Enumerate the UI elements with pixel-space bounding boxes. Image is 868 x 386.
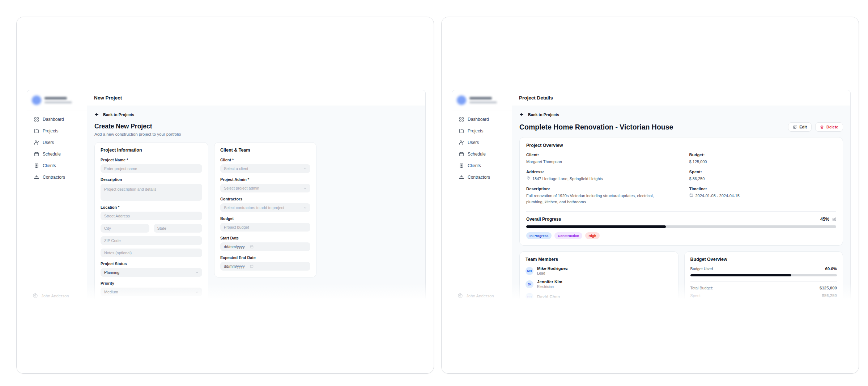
overview-timeline: Timeline: 2024-01-08 - 2024-04-15: [689, 187, 837, 199]
current-user-name: John Anderson: [41, 294, 69, 298]
budget-used-label: Budget Used: [690, 267, 713, 271]
sidebar-item-schedule[interactable]: Schedule: [456, 149, 508, 159]
folder-icon: [34, 128, 39, 133]
project-status-select[interactable]: Planning: [101, 268, 202, 277]
timeline-value: 2024-01-08 - 2024-04-15: [695, 193, 740, 199]
project-admin-placeholder: Select project admin: [224, 186, 259, 190]
sidebar-item-label: Schedule: [43, 152, 61, 157]
overview-address: Address: 1847 Heritage Lane, Springfield…: [526, 170, 673, 182]
page-content: Back to Projects Complete Home Renovatio…: [512, 106, 850, 303]
panel-new-project: Dashboard Projects Users Schedule Client…: [16, 17, 434, 374]
avatar: DC: [526, 293, 533, 301]
sidebar-item-label: Users: [468, 140, 479, 145]
description-textarea[interactable]: [101, 184, 202, 201]
phase-badge: Construction: [554, 232, 582, 239]
budget-input[interactable]: [220, 223, 310, 232]
overview-right-column: Budget: $ 125,000 Spent: $ 86,250 Timeli…: [689, 148, 837, 205]
team-member-row: DC David Chen: [526, 293, 672, 301]
street-address-input[interactable]: [101, 212, 202, 220]
contractors-select[interactable]: Select contractors to add to project: [220, 203, 310, 212]
current-user-name: John Anderson: [466, 294, 494, 298]
project-name-label: Project Name *: [101, 158, 202, 162]
page-title: Create New Project: [94, 123, 418, 130]
sidebar-item-label: Contractors: [43, 175, 65, 180]
sidebar-item-schedule[interactable]: Schedule: [31, 149, 83, 159]
expected-end-date-input[interactable]: dd/mm/yyyy: [220, 262, 310, 271]
section-title: Team Members: [526, 257, 672, 262]
client-select[interactable]: Select a client: [220, 164, 310, 173]
spent-label: Spent:: [690, 293, 702, 298]
client-value: Margaret Thompson: [526, 159, 562, 165]
back-label: Back to Projects: [528, 113, 559, 117]
sidebar-item-clients[interactable]: Clients: [456, 161, 508, 170]
total-budget-label: Total Budget:: [690, 286, 713, 290]
users-icon: [34, 140, 39, 145]
spent-value: $ 86,250: [689, 176, 705, 182]
chevron-down-icon: [303, 206, 307, 209]
sidebar-nav: Dashboard Projects Users Schedule Client…: [27, 110, 87, 186]
delete-button[interactable]: Delete: [815, 122, 843, 132]
sidebar-item-contractors[interactable]: Contractors: [456, 173, 508, 182]
project-name-input[interactable]: [101, 164, 202, 173]
calendar-icon: [689, 193, 693, 197]
app-logo: [27, 90, 87, 110]
back-label: Back to Projects: [103, 113, 134, 117]
sidebar-item-dashboard[interactable]: Dashboard: [456, 115, 508, 124]
notes-input[interactable]: [101, 249, 202, 257]
edit-progress-icon[interactable]: [832, 217, 836, 221]
project-status-value: Planning: [104, 270, 119, 275]
window-title: Project Details: [519, 95, 553, 101]
state-input[interactable]: [154, 224, 203, 233]
client-team-card: Client & Team Client * Select a client P…: [214, 142, 316, 277]
overall-progress-value: 45%: [820, 217, 829, 222]
logo-avatar-blurred: [32, 96, 41, 105]
budget-label: Budget:: [689, 153, 837, 157]
sidebar-item-label: Projects: [43, 128, 58, 133]
project-overview-card: Project Overview Client: Margaret Thomps…: [519, 137, 843, 246]
window-title-bar: Project Details: [512, 90, 850, 106]
sidebar-item-dashboard[interactable]: Dashboard: [31, 115, 83, 124]
sidebar-item-users[interactable]: Users: [456, 138, 508, 147]
sidebar-item-label: Clients: [468, 163, 481, 168]
spent-label: Spent:: [689, 170, 837, 174]
sidebar-item-clients[interactable]: Clients: [31, 161, 83, 170]
timeline-label: Timeline:: [689, 187, 837, 191]
overview-description: Description: Full renovation of 1920s Vi…: [526, 187, 673, 205]
budget-used-bar: [690, 274, 837, 276]
user-circle-icon: [458, 293, 463, 298]
budget-label: Budget: [220, 216, 310, 221]
budget-overview-card: Budget Overview Budget Used 69.0% Total …: [684, 251, 843, 303]
sidebar-item-contractors[interactable]: Contractors: [31, 173, 83, 182]
back-to-projects-button[interactable]: Back to Projects: [94, 112, 134, 117]
card-title: Project Information: [101, 148, 202, 153]
sidebar-item-label: Dashboard: [43, 117, 64, 122]
client-label: Client:: [526, 153, 673, 157]
calendar-icon: [459, 152, 464, 157]
priority-select[interactable]: Medium: [101, 288, 202, 296]
spent-value: $86,250: [822, 293, 837, 298]
total-budget-value: $125,000: [820, 286, 837, 290]
section-title: Project Overview: [526, 143, 836, 148]
project-information-card: Project Information Project Name * Descr…: [94, 142, 208, 303]
chevron-down-icon: [195, 271, 199, 274]
hardhat-icon: [459, 175, 464, 180]
location-label: Location *: [101, 205, 202, 209]
current-user[interactable]: John Anderson: [452, 288, 512, 303]
sidebar-item-label: Dashboard: [468, 117, 489, 122]
sidebar-item-users[interactable]: Users: [31, 138, 83, 147]
start-date-input[interactable]: dd/mm/yyyy: [220, 242, 310, 251]
team-member-row: MR Mike Rodriguez Lead: [526, 266, 672, 275]
window-title: New Project: [94, 95, 122, 101]
sidebar: Dashboard Projects Users Schedule Client…: [452, 90, 512, 303]
city-input[interactable]: [101, 224, 149, 233]
sidebar-item-projects[interactable]: Projects: [456, 126, 508, 136]
sidebar-item-label: Contractors: [468, 175, 490, 180]
zip-code-input[interactable]: [101, 236, 202, 245]
building-icon: [34, 163, 39, 168]
edit-button[interactable]: Edit: [788, 122, 812, 132]
sidebar-item-projects[interactable]: Projects: [31, 126, 83, 136]
chevron-down-icon: [303, 187, 307, 190]
back-to-projects-button[interactable]: Back to Projects: [519, 112, 559, 117]
project-admin-select[interactable]: Select project admin: [220, 184, 310, 192]
current-user[interactable]: John Anderson: [27, 288, 87, 303]
